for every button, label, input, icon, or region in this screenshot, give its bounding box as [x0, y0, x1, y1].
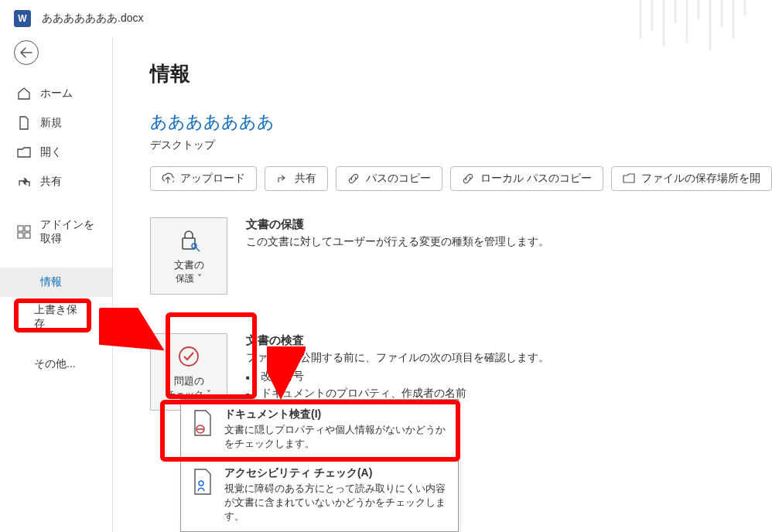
sidebar-item-info[interactable]: 情報 — [0, 268, 112, 297]
protect-document-button[interactable]: 文書の 保護 ˅ — [150, 217, 227, 295]
section-protect: 文書の 保護 ˅ 文書の保護 この文書に対してユーザーが行える変更の種類を管理し… — [150, 217, 772, 295]
btn-label-l2: 保護 — [176, 273, 194, 284]
sidebar-label: 開く — [40, 145, 62, 159]
dropdown-desc: 文書に隠しプロパティや個人情報がないかどうかをチェックします。 — [224, 424, 446, 449]
check-for-issues-dropdown: ドキュメント検査(I) 文書に隠しプロパティや個人情報がないかどうかをチェックし… — [180, 399, 459, 532]
dropdown-item-inspect-document[interactable]: ドキュメント検査(I) 文書に隠しプロパティや個人情報がないかどうかをチェックし… — [181, 400, 458, 459]
back-button[interactable] — [14, 40, 39, 65]
dropdown-item-accessibility-check[interactable]: アクセシビリティ チェック(A) 視覚に障碍のある方にとって読み取りにくい内容が… — [181, 459, 458, 531]
addins-icon — [17, 225, 31, 239]
sidebar-item-new[interactable]: 新規 — [0, 108, 112, 138]
home-icon — [17, 87, 31, 101]
doc-accessibility-icon — [192, 468, 213, 496]
upload-button[interactable]: アップロード — [150, 166, 257, 191]
sidebar-label: 共有 — [40, 175, 62, 189]
sidebar-item-other[interactable]: その他... — [0, 351, 112, 377]
section-title: 文書の検査 — [246, 333, 549, 348]
blank-icon — [17, 275, 31, 289]
btn-label-l2: チェック — [166, 389, 203, 400]
btn-label-l1: 問題の — [174, 374, 204, 388]
svg-rect-11 — [25, 226, 30, 231]
section-desc: ファイルを公開する前に、ファイルの次の項目を確認します。 — [246, 351, 549, 365]
sidebar-item-open[interactable]: 開く — [0, 138, 112, 167]
copy-local-path-button[interactable]: ローカル パスのコピー — [450, 166, 603, 191]
sidebar-item-home[interactable]: ホーム — [0, 79, 112, 108]
chevron-down-icon: ˅ — [207, 389, 211, 400]
btn-label: ローカル パスのコピー — [480, 172, 592, 186]
svg-rect-10 — [18, 226, 23, 231]
page-title: 情報 — [150, 60, 772, 87]
dropdown-title: アクセシビリティ チェック(A) — [224, 466, 372, 479]
section-title: 文書の保護 — [246, 217, 549, 232]
arrow-left-icon — [20, 47, 32, 58]
document-filename: あああああああ.docx — [42, 12, 143, 26]
svg-rect-13 — [25, 233, 30, 238]
share-icon — [17, 175, 31, 189]
sidebar-label: 情報 — [40, 275, 62, 289]
btn-label: アップロード — [180, 172, 245, 186]
folder-open-icon — [17, 145, 31, 159]
link-icon — [462, 172, 474, 185]
doc-inspect-icon — [192, 409, 213, 437]
sidebar-label: 新規 — [40, 116, 62, 130]
backstage-sidebar: ホーム 新規 開く 共有 アドインを取得 情報 上書き保存 その他... — [0, 37, 113, 532]
section-body: 文書の検査 ファイルを公開する前に、ファイルの次の項目を確認します。 改訂番号 … — [246, 333, 549, 404]
lock-key-icon — [176, 227, 202, 254]
bullet-text: 改訂番号 — [261, 370, 304, 384]
title-bar: W あああああああ.docx — [0, 0, 772, 37]
action-row: アップロード 共有 パスのコピー ローカル パスのコピー ファイルの保存場所を開 — [150, 166, 772, 191]
link-icon — [347, 172, 360, 185]
btn-label: パスのコピー — [366, 172, 431, 186]
section-body: 文書の保護 この文書に対してユーザーが行える変更の種類を管理します。 — [246, 217, 549, 249]
section-desc: この文書に対してユーザーが行える変更の種類を管理します。 — [246, 235, 549, 249]
open-file-location-button[interactable]: ファイルの保存場所を開 — [611, 166, 772, 191]
folder-icon — [623, 172, 635, 185]
document-location: デスクトップ — [150, 138, 772, 152]
dropdown-desc: 視覚に障碍のある方にとって読み取りにくい内容が文書に含まれていないかどうかをチェ… — [224, 483, 446, 522]
word-app-icon: W — [14, 10, 31, 27]
chevron-down-icon: ˅ — [197, 273, 202, 284]
btn-label: ファイルの保存場所を開 — [641, 172, 760, 186]
btn-label-l1: 文書の — [174, 258, 204, 272]
btn-label: 共有 — [295, 172, 316, 186]
inspect-check-icon — [176, 343, 202, 370]
new-doc-icon — [17, 116, 31, 130]
sidebar-item-addins[interactable]: アドインを取得 — [0, 210, 112, 254]
svg-point-16 — [179, 347, 198, 366]
svg-rect-12 — [18, 233, 23, 238]
sidebar-label: その他... — [34, 357, 76, 370]
copy-path-button[interactable]: パスのコピー — [336, 166, 442, 191]
share-arrow-icon — [276, 172, 289, 185]
sidebar-label: ホーム — [40, 87, 73, 101]
sidebar-label: アドインを取得 — [40, 218, 95, 246]
sidebar-label: 上書き保存 — [34, 303, 77, 329]
sidebar-item-save[interactable]: 上書き保存 — [0, 297, 112, 337]
sidebar-item-share[interactable]: 共有 — [0, 167, 112, 196]
share-button[interactable]: 共有 — [265, 166, 328, 191]
upload-icon — [162, 172, 174, 185]
svg-point-19 — [199, 481, 203, 486]
dropdown-title: ドキュメント検査(I) — [224, 408, 321, 420]
document-title: あああああああ — [150, 111, 772, 134]
